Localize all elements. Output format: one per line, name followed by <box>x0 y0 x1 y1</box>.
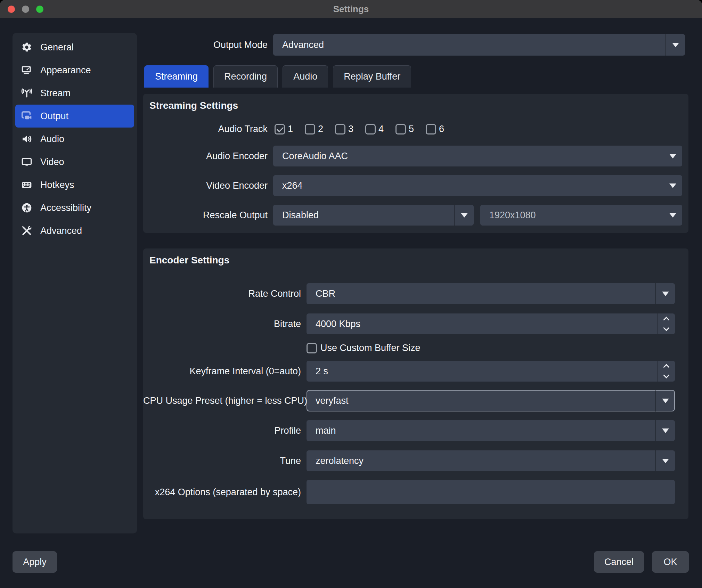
audio-track-3[interactable]: 3 <box>335 124 365 134</box>
audio-track-label: Audio Track <box>143 124 268 134</box>
chevron-down-icon <box>662 459 669 463</box>
keyframe-interval-label: Keyframe Interval (0=auto) <box>143 361 301 382</box>
output-icon <box>21 110 33 122</box>
rate-control-label: Rate Control <box>143 283 301 304</box>
tab-replay-buffer[interactable]: Replay Buffer <box>333 65 411 88</box>
spin-down-button[interactable] <box>658 324 675 334</box>
audio-track-5[interactable]: 5 <box>395 124 426 134</box>
tab-streaming[interactable]: Streaming <box>144 65 209 88</box>
spin-up-button[interactable] <box>658 361 675 371</box>
tab-label: Recording <box>224 71 267 82</box>
bitrate-label: Bitrate <box>143 313 301 334</box>
sidebar-item-video[interactable]: Video <box>15 150 134 173</box>
output-mode-select[interactable]: Advanced <box>273 34 685 56</box>
rate-control-select[interactable]: CBR <box>307 283 675 304</box>
encoder-settings-panel: Encoder Settings Rate Control CBR Bitrat… <box>143 248 688 519</box>
checkbox-icon[interactable] <box>395 124 406 134</box>
checkbox-icon[interactable] <box>365 124 376 134</box>
use-custom-buffer-checkbox[interactable]: Use Custom Buffer Size <box>307 343 421 353</box>
sidebar-item-output[interactable]: Output <box>15 105 134 128</box>
cancel-button[interactable]: Cancel <box>594 551 644 573</box>
accessibility-icon <box>21 202 33 214</box>
chevron-down-icon <box>669 183 676 188</box>
profile-label: Profile <box>143 420 301 441</box>
antenna-icon <box>21 87 33 99</box>
tune-value: zerolatency <box>316 450 364 471</box>
sidebar-item-label: Output <box>40 111 68 122</box>
tab-label: Replay Buffer <box>344 71 400 82</box>
streaming-settings-panel: Streaming Settings Audio Track 1 2 3 4 5… <box>143 94 688 233</box>
sidebar-item-accessibility[interactable]: Accessibility <box>15 196 134 219</box>
video-encoder-label: Video Encoder <box>143 175 268 196</box>
rescale-resolution-value: 1920x1080 <box>489 205 536 226</box>
audio-encoder-label: Audio Encoder <box>143 146 268 166</box>
cancel-label: Cancel <box>604 557 634 567</box>
sidebar-item-label: Advanced <box>40 226 82 236</box>
sidebar-item-label: Accessibility <box>40 203 91 213</box>
rate-control-value: CBR <box>316 283 335 304</box>
ok-label: OK <box>663 557 677 567</box>
sidebar-item-label: Appearance <box>40 65 91 76</box>
window-title: Settings <box>0 0 702 18</box>
tab-label: Audio <box>293 71 317 82</box>
audio-encoder-value: CoreAudio AAC <box>282 146 348 166</box>
video-encoder-select[interactable]: x264 <box>273 175 682 196</box>
tab-recording[interactable]: Recording <box>213 65 278 88</box>
sidebar-item-audio[interactable]: Audio <box>15 128 134 150</box>
sidebar-item-label: General <box>40 42 74 53</box>
output-mode-value: Advanced <box>282 34 324 56</box>
spin-down-button[interactable] <box>658 371 675 382</box>
profile-select[interactable]: main <box>307 420 675 441</box>
ok-button[interactable]: OK <box>652 551 689 573</box>
chevron-down-icon <box>662 428 669 433</box>
settings-window: Settings General Appearance Stream <box>0 0 702 588</box>
sidebar-item-label: Video <box>40 157 64 168</box>
keyframe-interval-value: 2 s <box>316 361 328 382</box>
sidebar-item-hotkeys[interactable]: Hotkeys <box>15 173 134 196</box>
cpu-preset-select[interactable]: veryfast <box>307 390 675 411</box>
audio-track-2[interactable]: 2 <box>305 124 335 134</box>
rescale-resolution-select[interactable]: 1920x1080 <box>480 205 682 226</box>
chevron-down-icon <box>669 154 676 158</box>
checkbox-icon[interactable] <box>426 124 436 134</box>
cpu-preset-value: veryfast <box>316 390 349 411</box>
checkbox-icon[interactable] <box>275 124 285 134</box>
output-tabs: Streaming Recording Audio Replay Buffer <box>144 65 411 88</box>
monitor-icon <box>21 156 33 168</box>
sidebar-item-advanced[interactable]: Advanced <box>15 219 134 242</box>
sidebar-item-label: Audio <box>40 134 64 145</box>
tune-select[interactable]: zerolatency <box>307 450 675 471</box>
chevron-down-icon <box>669 213 676 218</box>
audio-track-group: 1 2 3 4 5 6 <box>275 124 456 134</box>
sidebar: General Appearance Stream Output Audio <box>13 33 137 533</box>
checkbox-icon[interactable] <box>305 124 315 134</box>
keyframe-interval-input[interactable]: 2 s <box>307 361 675 382</box>
appearance-icon <box>21 64 33 76</box>
chevron-down-icon <box>461 213 468 218</box>
bitrate-input[interactable]: 4000 Kbps <box>307 313 675 334</box>
audio-track-4[interactable]: 4 <box>365 124 395 134</box>
gear-icon <box>21 41 33 53</box>
speaker-icon <box>21 133 33 145</box>
tab-audio[interactable]: Audio <box>283 65 328 88</box>
rescale-output-value: Disabled <box>282 205 319 226</box>
checkbox-icon[interactable] <box>335 124 345 134</box>
keyboard-icon <box>21 179 33 191</box>
spin-up-button[interactable] <box>658 313 675 324</box>
audio-track-6[interactable]: 6 <box>426 124 456 134</box>
streaming-settings-title: Streaming Settings <box>149 100 238 111</box>
x264-options-input[interactable] <box>307 480 675 504</box>
audio-encoder-select[interactable]: CoreAudio AAC <box>273 146 682 166</box>
encoder-settings-title: Encoder Settings <box>149 255 229 266</box>
x264-options-label: x264 Options (separated by space) <box>143 480 301 504</box>
audio-track-1[interactable]: 1 <box>275 124 305 134</box>
rescale-output-label: Rescale Output <box>143 205 268 226</box>
sidebar-item-stream[interactable]: Stream <box>15 82 134 105</box>
sidebar-item-general[interactable]: General <box>15 36 134 59</box>
sidebar-item-appearance[interactable]: Appearance <box>15 59 134 82</box>
bitrate-value: 4000 Kbps <box>316 313 360 334</box>
apply-button[interactable]: Apply <box>13 551 57 573</box>
cpu-preset-label: CPU Usage Preset (higher = less CPU) <box>143 390 301 411</box>
rescale-output-select[interactable]: Disabled <box>273 205 474 226</box>
checkbox-icon[interactable] <box>307 343 317 353</box>
